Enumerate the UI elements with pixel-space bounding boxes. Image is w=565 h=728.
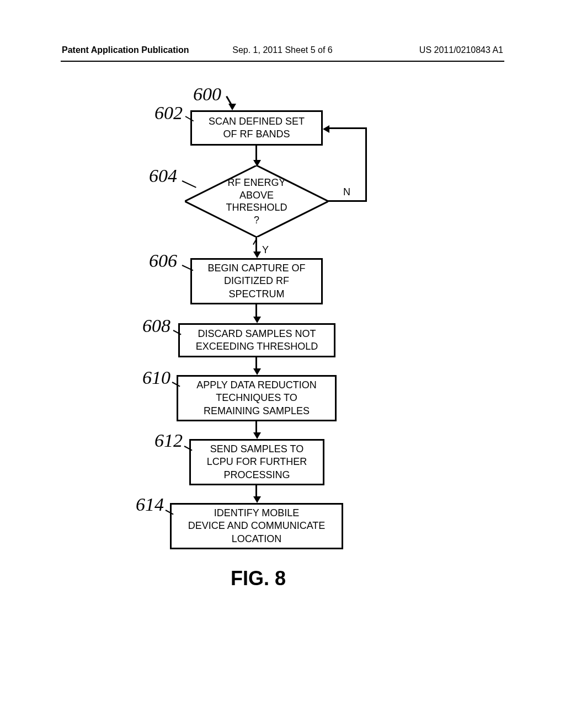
connector-no-v xyxy=(365,129,367,202)
box-discard-samples: DISCARD SAMPLES NOT EXCEEDING THRESHOLD xyxy=(178,323,335,357)
arrowhead-612-614 xyxy=(253,496,261,503)
ref-606: 606 xyxy=(149,250,177,271)
box-606-text: BEGIN CAPTURE OF DIGITIZED RF SPECTRUM xyxy=(207,262,305,301)
ref-610: 610 xyxy=(142,367,170,388)
label-no: N xyxy=(343,186,350,198)
figure-label: FIG. 8 xyxy=(231,567,286,590)
ref-600: 600 xyxy=(193,84,221,105)
connector-602-604 xyxy=(255,146,257,161)
box-608-text: DISCARD SAMPLES NOT EXCEEDING THRESHOLD xyxy=(196,328,318,354)
connector-610-612 xyxy=(255,421,257,433)
decision-rf-threshold: RF ENERGY ABOVE THRESHOLD ? xyxy=(185,165,328,237)
arrowhead-610-612 xyxy=(253,432,261,439)
arrowhead-no xyxy=(323,125,329,133)
box-612-text: SEND SAMPLES TO LCPU FOR FURTHER PROCESS… xyxy=(207,443,307,481)
header-right: US 2011/0210843 A1 xyxy=(419,45,503,55)
connector-612-614 xyxy=(255,485,257,497)
label-yes: Y xyxy=(262,244,269,256)
connector-no-h1 xyxy=(328,200,367,202)
box-614-text: IDENTIFY MOBILE DEVICE AND COMMUNICATE L… xyxy=(188,507,326,545)
decision-text: RF ENERGY ABOVE THRESHOLD ? xyxy=(226,176,287,226)
box-data-reduction: APPLY DATA REDUCTION TECHNIQUES TO REMAI… xyxy=(177,375,337,421)
header-center: Sep. 1, 2011 Sheet 5 of 6 xyxy=(232,45,332,55)
header-left: Patent Application Publication xyxy=(62,45,189,55)
arrowhead-604-606 xyxy=(253,251,261,258)
box-send-samples: SEND SAMPLES TO LCPU FOR FURTHER PROCESS… xyxy=(189,439,324,485)
ref-612: 612 xyxy=(154,430,183,451)
box-602-text: SCAN DEFINED SET OF RF BANDS xyxy=(209,115,305,141)
connector-608-610 xyxy=(255,357,257,370)
ref-614: 614 xyxy=(136,494,164,515)
box-identify-device: IDENTIFY MOBILE DEVICE AND COMMUNICATE L… xyxy=(170,503,343,549)
box-scan-rf-bands: SCAN DEFINED SET OF RF BANDS xyxy=(190,110,323,146)
ref-602: 602 xyxy=(154,103,183,124)
header-rule xyxy=(61,61,504,62)
arrow-entry xyxy=(228,104,236,110)
arrowhead-606-608 xyxy=(253,317,261,323)
arrowhead-608-610 xyxy=(253,368,261,375)
box-610-text: APPLY DATA REDUCTION TECHNIQUES TO REMAI… xyxy=(196,379,317,417)
box-begin-capture: BEGIN CAPTURE OF DIGITIZED RF SPECTRUM xyxy=(190,258,323,304)
connector-606-608 xyxy=(255,304,257,318)
ref-608: 608 xyxy=(142,315,170,336)
page-header: Patent Application Publication Sep. 1, 2… xyxy=(0,45,565,55)
ref-604: 604 xyxy=(149,165,177,186)
connector-no-h2 xyxy=(328,127,367,129)
